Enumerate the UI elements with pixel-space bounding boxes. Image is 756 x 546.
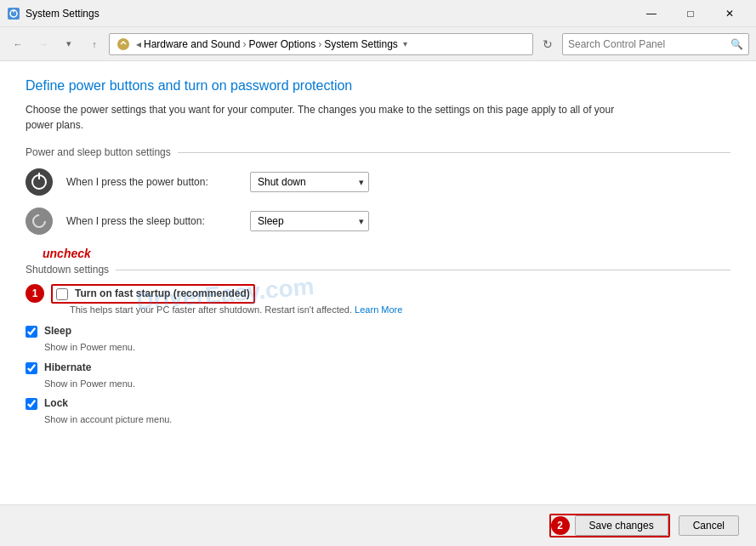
title-bar: System Settings — □ ✕: [0, 0, 756, 27]
page-title: Define power buttons and turn on passwor…: [26, 78, 730, 94]
footer: 2 Save changes Cancel: [0, 504, 756, 546]
power-dropdown-wrapper: Do nothing Sleep Hibernate Shut down Tur…: [250, 172, 369, 192]
sleep-button-row: When I press the sleep button: Do nothin…: [26, 208, 730, 235]
svg-rect-0: [8, 8, 20, 20]
window-controls: — □ ✕: [632, 0, 749, 27]
close-button[interactable]: ✕: [710, 0, 749, 27]
sleep-checkbox-sub: Show in Power menu.: [44, 341, 730, 354]
search-icon: 🔍: [730, 38, 743, 50]
main-content: Define power buttons and turn on passwor…: [0, 61, 756, 546]
hibernate-checkbox-row: Hibernate: [26, 361, 730, 374]
power-button-label: When I press the power button:: [66, 176, 236, 188]
search-input[interactable]: [568, 38, 730, 50]
dropdown-button[interactable]: ▾: [58, 33, 80, 55]
power-dropdown[interactable]: Do nothing Sleep Hibernate Shut down Tur…: [250, 172, 369, 192]
address-path: ◂ Hardware and Sound › Power Options › S…: [109, 33, 533, 55]
sleep-icon-inner: [30, 212, 49, 231]
fast-startup-checkbox[interactable]: [56, 288, 68, 300]
address-bar: ← → ▾ ↑ ◂ Hardware and Sound › Power Opt…: [0, 27, 756, 61]
maximize-button[interactable]: □: [671, 0, 710, 27]
badge-2: 2: [551, 516, 570, 535]
lock-checkbox-sub: Show in account picture menu.: [44, 413, 730, 426]
save-changes-wrapper: 2 Save changes: [549, 514, 670, 537]
page-description: Choose the power settings that you want …: [26, 102, 621, 133]
shutdown-section: Shutdown settings 1 Turn on fast startup…: [26, 264, 730, 427]
back-button[interactable]: ←: [7, 33, 29, 55]
search-box: 🔍: [562, 33, 749, 55]
badge-1: 1: [26, 284, 44, 303]
hibernate-checkbox-label: Hibernate: [44, 361, 91, 373]
sleep-button-label: When I press the sleep button:: [66, 215, 236, 227]
cancel-button[interactable]: Cancel: [679, 515, 739, 536]
fast-startup-row: Turn on fast startup (recommended): [56, 287, 250, 300]
sleep-checkbox-label: Sleep: [44, 325, 71, 337]
shutdown-section-label: Shutdown settings: [26, 264, 730, 276]
lock-checkbox[interactable]: [26, 398, 37, 410]
sleep-button-icon: [26, 208, 53, 235]
sleep-dropdown-wrapper: Do nothing Sleep Hibernate: [250, 211, 369, 231]
path-current: System Settings: [324, 38, 398, 50]
power-icon-inner: [31, 174, 47, 190]
window-title: System Settings: [26, 8, 632, 20]
hibernate-checkbox[interactable]: [26, 362, 37, 374]
path-root: [117, 37, 134, 51]
refresh-button[interactable]: ↻: [537, 33, 559, 55]
lock-checkbox-row: Lock: [26, 397, 730, 410]
lock-checkbox-label: Lock: [44, 397, 68, 409]
save-changes-button[interactable]: Save changes: [575, 515, 668, 536]
hibernate-checkbox-sub: Show in Power menu.: [44, 378, 730, 390]
power-sleep-section-label: Power and sleep button settings: [26, 146, 730, 158]
learn-more-link[interactable]: Learn More: [355, 304, 402, 315]
path-hardware: Hardware and Sound: [144, 38, 240, 50]
fast-startup-redbox: Turn on fast startup (recommended): [51, 284, 255, 304]
sleep-checkbox-row: Sleep: [26, 325, 730, 338]
path-power: Power Options: [248, 38, 315, 50]
svg-point-3: [117, 38, 129, 50]
content-area: Define power buttons and turn on passwor…: [0, 61, 756, 504]
power-button-row: When I press the power button: Do nothin…: [26, 168, 730, 196]
minimize-button[interactable]: —: [632, 0, 671, 27]
svg-rect-2: [13, 9, 14, 12]
window-icon: [7, 7, 20, 20]
sleep-checkbox[interactable]: [26, 326, 37, 338]
sleep-dropdown[interactable]: Do nothing Sleep Hibernate: [250, 211, 369, 231]
fast-startup-description: This helps start your PC faster after sh…: [70, 304, 402, 316]
up-button[interactable]: ↑: [83, 33, 105, 55]
power-button-icon: [26, 168, 53, 196]
fast-startup-label: Turn on fast startup (recommended): [75, 287, 250, 299]
forward-button[interactable]: →: [32, 33, 54, 55]
uncheck-annotation: uncheck: [43, 247, 730, 260]
